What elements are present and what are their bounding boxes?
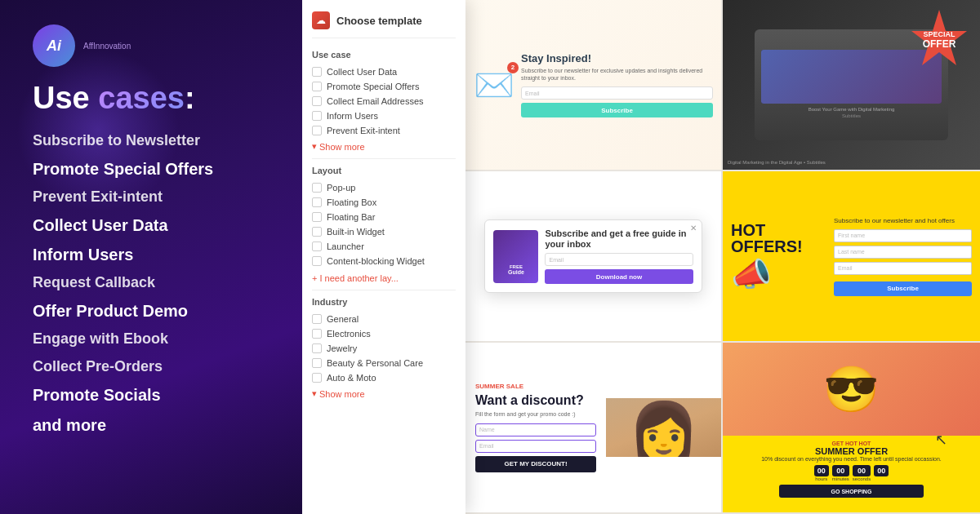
list-item[interactable]: Promote Socials [33, 380, 278, 410]
left-panel: Ai AffInnovation Use cases: Subscribe to… [0, 0, 302, 514]
list-item[interactable]: Collect User Data [33, 210, 278, 240]
chevron-down-icon: ▾ [312, 141, 317, 152]
filter-label-floating-box: Floating Box [327, 197, 376, 207]
filter-item-collect-email[interactable]: Collect Email Addresses [312, 94, 456, 109]
plus-icon: + [312, 273, 317, 283]
filter-label-launcher: Launcher [327, 241, 364, 251]
logo-text: Ai [47, 38, 61, 55]
filter-item-promote-special[interactable]: Promote Special Offers [312, 79, 456, 94]
checkbox-inform[interactable] [312, 111, 322, 121]
list-item[interactable]: Prevent Exit-intent [33, 184, 278, 210]
filter-item-inform[interactable]: Inform Users [312, 109, 456, 123]
list-item[interactable]: Offer Product Demo [33, 296, 278, 326]
checkbox-jewelry[interactable] [312, 343, 322, 353]
checkbox-content-blocking[interactable] [312, 256, 322, 266]
show-more-label: Show more [319, 142, 365, 152]
list-item[interactable]: Request Callback [33, 269, 278, 296]
checkbox-floating-bar[interactable] [312, 212, 322, 222]
filter-label-floating-bar: Floating Bar [327, 212, 375, 222]
use-cases-list: Subscribe to Newsletter Promote Special … [33, 127, 278, 410]
filter-item-electronics[interactable]: Electronics [312, 326, 456, 341]
modal-header: ☁ Choose template [312, 11, 456, 38]
checkbox-builtin[interactable] [312, 227, 322, 237]
use-case-show-more[interactable]: ▾ Show more [312, 141, 456, 152]
filter-item-collect-user[interactable]: Collect User Data [312, 64, 456, 79]
checkbox-beauty[interactable] [312, 358, 322, 368]
checkbox-prevent-exit[interactable] [312, 126, 322, 135]
filter-label-builtin: Built-in Widget [327, 227, 385, 237]
filter-label-general: General [327, 314, 359, 324]
filter-label-auto: Auto & Moto [327, 373, 376, 383]
checkbox-collect-email[interactable] [312, 96, 322, 106]
layout-section-title: Layout [312, 166, 456, 175]
industry-show-more[interactable]: ▾ Show more [312, 388, 456, 399]
filter-item-auto[interactable]: Auto & Moto [312, 370, 456, 385]
filter-label-inform: Inform Users [327, 111, 378, 121]
modal-panel[interactable]: ☁ Choose template Use case Collect User … [302, 0, 466, 514]
use-cases-title: Use cases: [33, 82, 278, 116]
modal-overlay: ☁ Choose template Use case Collect User … [302, 0, 980, 514]
divider-1 [312, 158, 456, 159]
filter-item-launcher[interactable]: Launcher [312, 239, 456, 254]
title-suffix: : [185, 81, 195, 115]
cloud-icon: ☁ [312, 11, 330, 29]
filter-label-collect-user: Collect User Data [327, 67, 397, 77]
industry-section-title: Industry [312, 297, 456, 307]
filter-item-floating-box[interactable]: Floating Box [312, 195, 456, 210]
title-highlight: cases [98, 81, 185, 115]
list-item[interactable]: Inform Users [33, 240, 278, 269]
filter-item-content-blocking[interactable]: Content-blocking Widget [312, 254, 456, 268]
filter-item-jewelry[interactable]: Jewelry [312, 341, 456, 356]
filter-item-general[interactable]: General [312, 312, 456, 326]
checkbox-general[interactable] [312, 314, 322, 324]
logo-subtitle: AffInnovation [83, 42, 131, 51]
add-layout-link[interactable]: + I need another lay... [312, 273, 456, 283]
filter-item-prevent-exit[interactable]: Prevent Exit-intent [312, 123, 456, 138]
filter-item-popup[interactable]: Pop-up [312, 180, 456, 195]
chevron-down-icon-2: ▾ [312, 388, 317, 399]
checkbox-auto[interactable] [312, 373, 322, 383]
industry-show-more-label: Show more [319, 389, 365, 399]
list-item[interactable]: Engage with Ebook [33, 326, 278, 352]
filter-label-prevent-exit: Prevent Exit-intent [327, 126, 400, 135]
filter-label-promote-special: Promote Special Offers [327, 82, 420, 91]
filter-item-builtin[interactable]: Built-in Widget [312, 224, 456, 239]
add-layout-label: I need another lay... [319, 273, 398, 283]
title-prefix: Use [33, 81, 90, 115]
use-case-section-title: Use case [312, 50, 456, 60]
filter-label-content-blocking: Content-blocking Widget [327, 256, 425, 266]
filter-item-floating-bar[interactable]: Floating Bar [312, 210, 456, 224]
divider-2 [312, 290, 456, 290]
filter-label-beauty: Beauty & Personal Care [327, 358, 423, 368]
modal-title: Choose template [336, 15, 422, 27]
checkbox-promote-special[interactable] [312, 82, 322, 91]
filter-label-electronics: Electronics [327, 329, 371, 339]
filter-label-popup: Pop-up [327, 183, 355, 193]
checkbox-floating-box[interactable] [312, 197, 322, 207]
filter-label-collect-email: Collect Email Addresses [327, 96, 424, 106]
right-panel: ✉️2 Stay Inspired! Subscribe to our news… [302, 0, 980, 514]
and-more-label: and more [33, 416, 278, 435]
list-item[interactable]: Subscribe to Newsletter [33, 127, 278, 154]
filter-label-jewelry: Jewelry [327, 343, 357, 353]
filter-item-beauty[interactable]: Beauty & Personal Care [312, 356, 456, 370]
checkbox-popup[interactable] [312, 183, 322, 193]
list-item[interactable]: Collect Pre-Orders [33, 353, 278, 380]
logo-area: Ai AffInnovation [33, 24, 278, 67]
checkbox-collect-user[interactable] [312, 67, 322, 77]
logo-circle: Ai [33, 24, 75, 67]
list-item[interactable]: Promote Special Offers [33, 154, 278, 184]
checkbox-launcher[interactable] [312, 241, 322, 251]
checkbox-electronics[interactable] [312, 329, 322, 339]
